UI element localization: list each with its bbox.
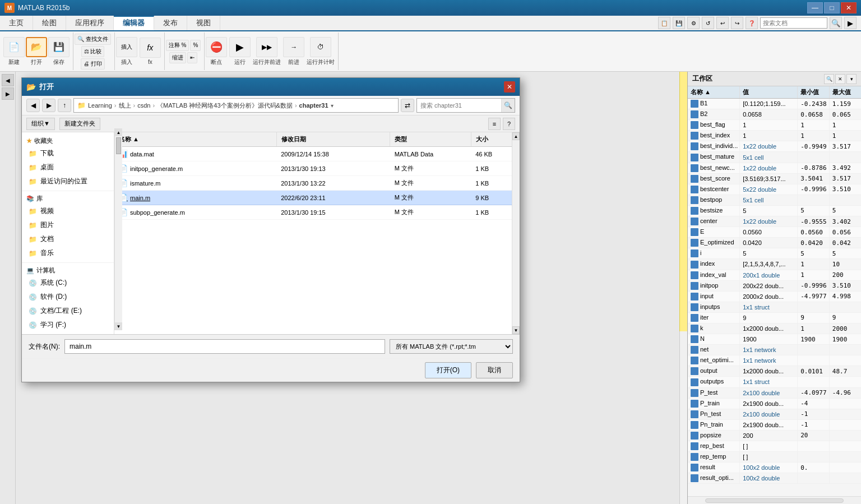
dedent-button[interactable]: ⇤ xyxy=(187,52,197,63)
file-row-ismature[interactable]: 📄ismature.m 2013/1/30 13:22 M 文件 1 KB xyxy=(114,176,520,191)
workspace-row[interactable]: best_individ...1x22 double-0.99493.517 xyxy=(688,141,861,152)
workspace-row[interactable]: P_test2x100 double-4.0977-4.96 xyxy=(688,387,861,398)
sidebar-item-d-drive[interactable]: 💿软件 (D:) xyxy=(22,290,114,304)
close-button[interactable]: ✕ xyxy=(841,2,857,13)
toolbar-icon-btn-1[interactable]: 📋 xyxy=(658,17,670,29)
breakpoint-button[interactable]: ⛔ xyxy=(206,37,227,57)
workspace-row[interactable]: best_score[3.5169;3.517...3.50413.517 xyxy=(688,173,861,184)
workspace-row[interactable]: Pn_train2x1900 doub...-1 xyxy=(688,419,861,430)
sidebar-item-documents[interactable]: 📁文档 xyxy=(22,232,114,246)
sidebar-item-c-drive[interactable]: 💿系统 (C:) xyxy=(22,276,114,290)
workspace-menu-btn[interactable]: ▾ xyxy=(846,74,857,84)
indent-button[interactable]: 缩进 xyxy=(169,52,186,63)
workspace-row[interactable]: best_mature5x1 cell xyxy=(688,152,861,163)
workspace-row[interactable]: rep_best[ ] xyxy=(688,441,861,452)
workspace-row[interactable]: E_optimized0.04200.04200.042 xyxy=(688,238,861,248)
workspace-row[interactable]: index[2,1,5,3,4,8,7,...110 xyxy=(688,259,861,270)
sidebar-item-f-drive[interactable]: 💿学习 (F:) xyxy=(22,318,114,332)
toolbar-icon-btn-6[interactable]: ↪ xyxy=(731,17,743,29)
workspace-row[interactable]: input2000x2 doub...-4.99774.998 xyxy=(688,291,861,302)
nav-back-btn[interactable]: ◀ xyxy=(2,74,14,86)
save-button[interactable]: 💾 xyxy=(48,37,70,57)
workspace-row[interactable]: P_train2x1900 doub...-4 xyxy=(688,398,861,409)
workspace-row[interactable]: result100x2 double0. xyxy=(688,463,861,473)
sidebar-item-e-drive[interactable]: 💿文档/工程 (E:) xyxy=(22,304,114,318)
nav-forward-btn[interactable]: ▶ xyxy=(2,87,14,100)
workspace-row[interactable]: B1[0.1120;1.159...-0.24381.159 xyxy=(688,99,861,109)
filetype-select[interactable]: 所有 MATLAB 文件 (*.rpt;*.tm xyxy=(390,339,513,354)
view-toggle-button[interactable]: ≡ xyxy=(488,118,501,130)
workspace-close-btn[interactable]: ✕ xyxy=(835,74,845,84)
toolbar-icon-btn-3[interactable]: ⚙ xyxy=(687,17,700,29)
dialog-nav-icon-btn[interactable]: ⇄ xyxy=(401,99,414,112)
filename-input[interactable] xyxy=(64,339,385,354)
sidebar-toggle-button[interactable]: ▶ xyxy=(844,17,857,29)
sidebar-item-recent[interactable]: 📁最近访问的位置 xyxy=(22,174,114,188)
workspace-row[interactable]: best_newc...1x22 double-0.87863.492 xyxy=(688,163,861,173)
dialog-help-button[interactable]: ? xyxy=(503,118,515,130)
toolbar-icon-btn-7[interactable]: ❓ xyxy=(746,17,758,29)
breadcrumb-dropdown-btn[interactable]: ▾ xyxy=(331,103,334,109)
sidebar-item-video[interactable]: 📁视频 xyxy=(22,204,114,218)
workspace-row[interactable]: best_index111 xyxy=(688,131,861,141)
sidebar-item-pictures[interactable]: 📁图片 xyxy=(22,218,114,232)
col-date[interactable]: 修改日期 xyxy=(276,132,390,147)
file-row-subpop[interactable]: 📄subpop_generate.m 2013/1/30 19:15 M 文件 … xyxy=(114,205,520,220)
workspace-row[interactable]: index_val200x1 double1200 xyxy=(688,270,861,280)
compare-button[interactable]: ⚖ 比较 xyxy=(81,46,105,57)
step-button[interactable]: → xyxy=(283,37,304,57)
workspace-row[interactable]: i555 xyxy=(688,248,861,259)
sidebar-item-desktop[interactable]: 📁桌面 xyxy=(22,160,114,174)
menu-tab-apps[interactable]: 应用程序 xyxy=(66,16,114,30)
toolbar-icon-btn-4[interactable]: ↺ xyxy=(702,17,714,29)
uncomment-button[interactable]: % xyxy=(190,40,201,51)
sidebar-item-g-drive[interactable]: 💿深度学习 (G:) xyxy=(22,332,114,334)
open-button[interactable]: 📂 xyxy=(26,37,47,57)
sidebar-item-music[interactable]: 📁音乐 xyxy=(22,246,114,260)
file-row-data-mat[interactable]: 📊data.mat 2009/12/14 15:38 MATLAB Data 4… xyxy=(114,147,520,161)
dialog-search-input[interactable] xyxy=(417,99,501,112)
run-button[interactable]: ▶ xyxy=(229,37,251,57)
fx-button[interactable]: fx xyxy=(140,38,161,58)
insert-button[interactable]: 插入 xyxy=(116,37,137,57)
open-dialog[interactable]: 📂 打开 ✕ ◀ ▶ ↑ 📁 Learning › 线上 › csdn › xyxy=(21,77,520,382)
sidebar-item-downloads[interactable]: 📁下载 xyxy=(22,146,114,160)
toolbar-icon-btn-5[interactable]: ↩ xyxy=(716,17,729,29)
run-advance-button[interactable]: ▶▶ xyxy=(256,37,277,57)
file-row-main[interactable]: 📄main.m 2022/6/20 23:11 M 文件 9 KB xyxy=(114,191,520,205)
workspace-row[interactable]: popsize20020 xyxy=(688,430,861,441)
dialog-back-btn[interactable]: ◀ xyxy=(26,99,40,112)
organize-button[interactable]: 组织▼ xyxy=(26,118,55,130)
workspace-row[interactable]: inputps1x1 struct xyxy=(688,302,861,312)
workspace-row[interactable]: result_opti...100x2 double xyxy=(688,473,861,484)
workspace-row[interactable]: net1x1 network xyxy=(688,345,861,355)
menu-tab-editor[interactable]: 编辑器 xyxy=(114,16,154,30)
search-docs-button[interactable]: 🔍 xyxy=(830,17,842,29)
workspace-row[interactable]: output1x2000 doub...0.010148.7 xyxy=(688,366,861,377)
dialog-search-btn[interactable]: 🔍 xyxy=(501,99,515,112)
workspace-row[interactable]: B20.06580.06580.065 xyxy=(688,109,861,120)
menu-tab-publish[interactable]: 发布 xyxy=(154,16,187,30)
workspace-row[interactable]: iter999 xyxy=(688,312,861,323)
minimize-button[interactable]: — xyxy=(807,2,823,13)
menu-tab-plot[interactable]: 绘图 xyxy=(33,16,66,30)
comment-button[interactable]: 注释 % xyxy=(166,40,189,51)
workspace-row[interactable]: net_optimi...1x1 network xyxy=(688,355,861,366)
col-type[interactable]: 类型 xyxy=(390,132,471,147)
menu-tab-home[interactable]: 主页 xyxy=(0,16,33,30)
workspace-search-btn[interactable]: 🔍 xyxy=(824,74,834,84)
workspace-row[interactable]: E0.05600.05600.056 xyxy=(688,227,861,238)
run-timer-button[interactable]: ⏱ xyxy=(310,37,331,57)
workspace-row[interactable]: bestpop5x1 cell xyxy=(688,195,861,205)
workspace-row[interactable]: best_flag111 xyxy=(688,120,861,131)
dialog-close-button[interactable]: ✕ xyxy=(504,81,515,93)
maximize-button[interactable]: □ xyxy=(824,2,840,13)
dialog-open-button[interactable]: 打开(O) xyxy=(425,362,471,378)
dialog-forward-btn[interactable]: ▶ xyxy=(42,99,55,112)
dialog-cancel-button[interactable]: 取消 xyxy=(476,362,513,378)
menu-tab-view[interactable]: 视图 xyxy=(187,16,220,30)
workspace-row[interactable]: rep_temp[ ] xyxy=(688,452,861,463)
search-docs-input[interactable] xyxy=(760,17,827,29)
workspace-row[interactable]: Pn_test2x100 double-1 xyxy=(688,409,861,419)
workspace-row[interactable]: outputps1x1 struct xyxy=(688,377,861,387)
